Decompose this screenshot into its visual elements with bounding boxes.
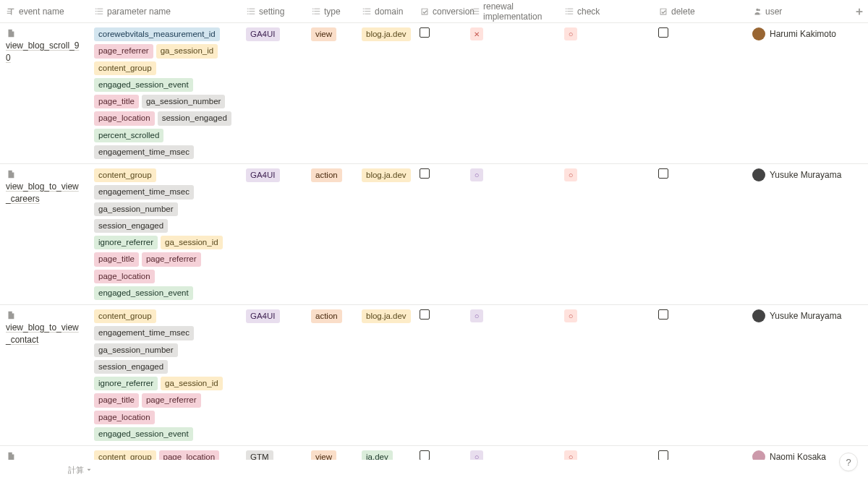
multiselect-icon [470,7,480,17]
header-label: check [577,7,600,17]
delete-checkbox[interactable] [658,450,668,460]
param-tag: ga_session_number [94,202,178,216]
domain-tag: blog.ja.dev [362,309,411,323]
header-label: renewal implementation [483,1,553,22]
param-tag: page_title [94,393,139,407]
cell-user[interactable]: Yusuke Murayama [746,305,868,328]
cell-delete[interactable] [652,164,746,187]
param-tag: content_group [94,168,156,182]
conversion-checkbox[interactable] [420,168,430,179]
header-label: delete [671,7,695,17]
header-conversion[interactable]: conversion [414,7,464,17]
param-tag: page_referrer [142,393,201,407]
multiselect-icon [246,7,256,17]
cell-type[interactable]: action [305,305,356,328]
add-column-button[interactable] [848,7,868,17]
cell-conversion[interactable] [414,305,464,328]
header-type[interactable]: type [305,7,356,17]
param-tag: page_location [94,111,155,125]
header-label: domain [375,7,403,17]
param-tag: percent_scrolled [94,129,163,142]
header-domain[interactable]: domain [356,7,414,17]
cell-check[interactable]: ○ [558,23,652,46]
cell-delete[interactable] [652,305,746,328]
help-button[interactable]: ? [839,453,858,471]
check-status: ○ [564,168,577,181]
type-tag: action [311,168,342,182]
conversion-checkbox[interactable] [420,450,430,460]
header-user[interactable]: user [746,7,848,17]
cell-setting[interactable]: GA4UI [240,164,305,187]
cell-setting[interactable]: GA4UI [240,23,305,46]
param-tag: engaged_session_event [94,286,193,300]
multiselect-icon [94,7,104,17]
renewal-status: ○ [470,168,483,181]
event-name-link[interactable]: view_blog_scroll_90 [6,40,82,64]
delete-checkbox[interactable] [658,27,668,38]
param-tag: session_engaged [158,111,231,125]
delete-checkbox[interactable] [658,309,668,320]
cell-type[interactable]: action [305,164,356,187]
cell-domain[interactable]: blog.ja.dev [356,305,414,328]
cell-parameter[interactable]: corewebvitals_measurement_idpage_referre… [88,23,240,163]
param-tag: ga_session_id [161,236,223,249]
checkbox-icon [420,7,430,17]
cell-event-name[interactable]: view_blog_to_view_contact [0,305,88,351]
multiselect-icon [362,7,372,17]
table-row[interactable]: view_blog_to_view_careerscontent_groupen… [0,164,868,305]
page-icon [6,28,16,38]
header-check[interactable]: check [558,7,652,17]
header-delete[interactable]: delete [652,7,746,17]
domain-tag: blog.ja.dev [362,27,411,41]
conversion-checkbox[interactable] [420,309,430,320]
setting-tag: GA4UI [246,27,280,41]
multiselect-icon [564,7,574,17]
header-event-name[interactable]: event name [0,7,88,17]
renewal-status: ✕ [470,27,483,40]
header-label: setting [259,7,284,17]
cell-type[interactable]: view [305,23,356,46]
data-table: event name parameter name setting type d… [0,0,868,480]
cell-conversion[interactable] [414,164,464,187]
cell-renewal[interactable]: ○ [464,164,558,187]
cell-check[interactable]: ○ [558,305,652,328]
param-tag: session_engaged [94,360,168,374]
param-tag: ga_session_number [142,95,226,108]
setting-tag: GA4UI [246,168,280,182]
param-tag: engaged_session_event [94,427,193,441]
event-name-link[interactable]: view_blog_to_view_contact [6,322,82,346]
cell-setting[interactable]: GA4UI [240,305,305,328]
cell-renewal[interactable]: ○ [464,305,558,328]
cell-conversion[interactable] [414,23,464,46]
cell-user[interactable]: Yusuke Murayama [746,164,868,187]
param-tag: ignore_referrer [94,236,158,249]
cell-event-name[interactable]: view_blog_to_view_careers [0,164,88,210]
header-label: type [324,7,341,17]
delete-checkbox[interactable] [658,168,668,179]
event-name-link[interactable]: view_blog_to_view_careers [6,181,82,205]
calculate-button[interactable]: 計算 [68,465,93,476]
cell-domain[interactable]: blog.ja.dev [356,23,414,46]
cell-parameter[interactable]: content_groupengagement_time_msecga_sess… [88,164,240,304]
user-name: Harumi Kakimoto [770,29,836,39]
param-tag: page_referrer [94,44,153,58]
cell-event-name[interactable]: view_blog_scroll_90 [0,23,88,69]
person-icon [752,7,762,17]
header-renewal[interactable]: renewal implementation [464,1,558,22]
cell-user[interactable]: Harumi Kakimoto [746,23,868,46]
cell-check[interactable]: ○ [558,164,652,187]
cell-parameter[interactable]: content_groupengagement_time_msecga_sess… [88,305,240,445]
cell-domain[interactable]: blog.ja.dev [356,164,414,187]
cell-renewal[interactable]: ✕ [464,23,558,46]
check-status: ○ [564,309,577,322]
cell-delete[interactable] [652,23,746,46]
param-tag: corewebvitals_measurement_id [94,27,220,41]
header-setting[interactable]: setting [240,7,305,17]
table-row[interactable]: view_blog_to_view_contactcontent_groupen… [0,305,868,446]
table-footer: 計算 [0,460,868,480]
table-row[interactable]: view_blog_scroll_90corewebvitals_measure… [0,23,868,164]
conversion-checkbox[interactable] [420,27,430,38]
user-name: Yusuke Murayama [770,311,841,321]
header-parameter-name[interactable]: parameter name [88,7,240,17]
calc-label: 計算 [68,465,84,476]
